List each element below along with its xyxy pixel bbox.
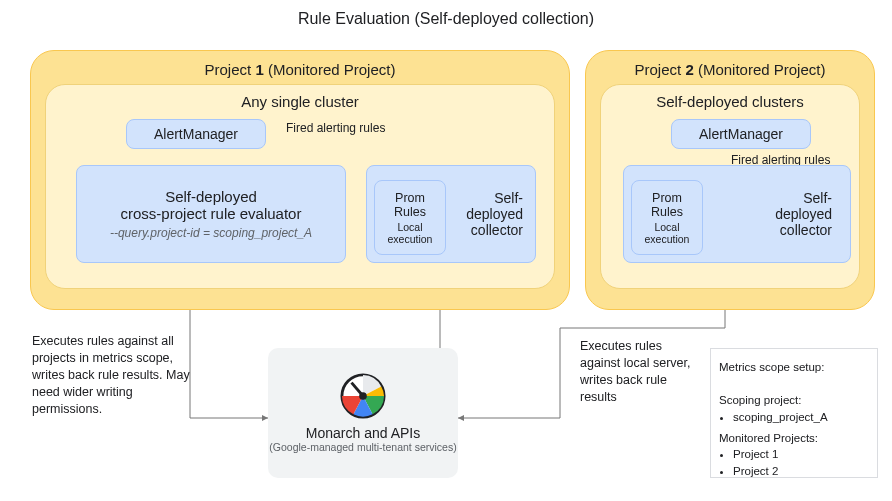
rule-evaluator-box: Self-deployed cross-project rule evaluat… xyxy=(76,165,346,263)
metrics-scope-box: Metrics scope setup: Scoping project: sc… xyxy=(710,348,878,478)
monarch-sub: (Google-managed multi-tenant services) xyxy=(269,441,456,453)
collector-2-line1: Self- xyxy=(803,190,832,206)
project-2-cluster: Self-deployed clusters AlertManager Fire… xyxy=(600,84,860,289)
prom-2-title-a: Prom xyxy=(652,191,682,205)
note-left: Executes rules against all projects in m… xyxy=(32,333,192,417)
prom-2-title-b: Rules xyxy=(651,205,683,219)
project-2-cluster-title: Self-deployed clusters xyxy=(613,93,847,110)
scope-monitored-2: Project 2 xyxy=(733,463,869,480)
project-1-cluster: Any single cluster AlertManager Fired al… xyxy=(45,84,555,289)
project-1-title: Project 1 (Monitored Project) xyxy=(45,61,555,78)
diagram-canvas: Project 1 (Monitored Project) /* overrid… xyxy=(10,38,882,488)
rule-evaluator-flag: --query.project-id = scoping_project_A xyxy=(110,226,312,240)
note-right: Executes rules against local server, wri… xyxy=(580,338,695,406)
prom-2-sub: Local execution xyxy=(636,221,698,245)
monarch-box: Monarch and APIs (Google-managed multi-t… xyxy=(268,348,458,478)
prom-1-title-b: Rules xyxy=(394,205,426,219)
scope-scoping-label: Scoping project: xyxy=(719,392,869,409)
collector-1-line3: collector xyxy=(471,222,523,238)
project-2-title: Project 2 (Monitored Project) xyxy=(600,61,860,78)
alertmanager-box-2: AlertManager xyxy=(671,119,811,149)
alertmanager-box-1: AlertManager xyxy=(126,119,266,149)
scope-monitored-label: Monitored Projects: xyxy=(719,430,869,447)
collector-2-line2: deployed xyxy=(775,206,832,222)
prom-1-title-a: Prom xyxy=(395,191,425,205)
collector-1-line2: deployed xyxy=(466,206,523,222)
diagram-title: Rule Evaluation (Self-deployed collectio… xyxy=(10,10,882,28)
rule-evaluator-line2: cross-project rule evaluator xyxy=(121,205,302,222)
project-2-container: Project 2 (Monitored Project) Self-deplo… xyxy=(585,50,875,310)
collector-2-line3: collector xyxy=(780,222,832,238)
rule-evaluator-line1: Self-deployed xyxy=(165,188,257,205)
collector-1-line1: Self- xyxy=(494,190,523,206)
project-1-container: Project 1 (Monitored Project) /* overrid… xyxy=(30,50,570,310)
monarch-title: Monarch and APIs xyxy=(306,425,420,441)
scope-header: Metrics scope setup: xyxy=(719,359,869,376)
prom-rules-box-1: Prom Rules Local execution xyxy=(374,180,446,255)
scope-scoping-value: scoping_project_A xyxy=(733,409,869,426)
fired-alerting-label-1: Fired alerting rules xyxy=(286,121,385,135)
prom-rules-box-2: Prom Rules Local execution xyxy=(631,180,703,255)
gauge-icon xyxy=(340,373,386,419)
project-1-cluster-title: Any single cluster xyxy=(58,93,542,110)
scope-monitored-1: Project 1 xyxy=(733,446,869,463)
prom-1-sub: Local execution xyxy=(379,221,441,245)
